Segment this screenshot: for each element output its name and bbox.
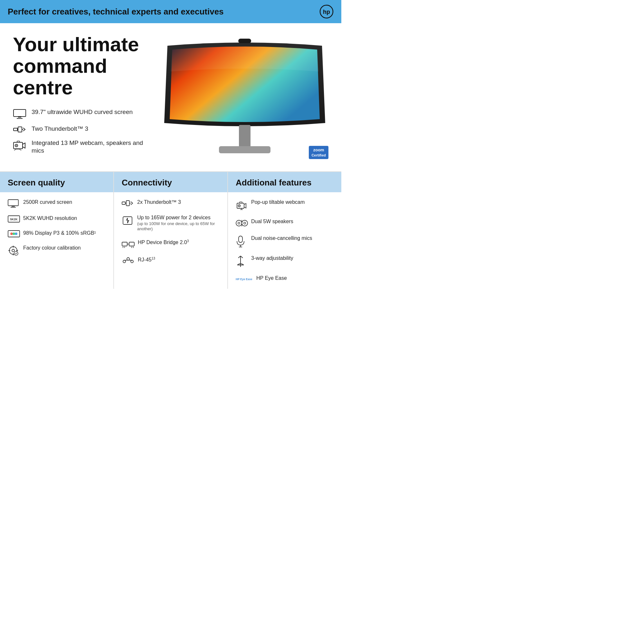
svg-point-49 <box>127 258 129 260</box>
hero-feature-1-text: 39.7" ultrawide WUHD curved screen <box>32 108 133 116</box>
5k2k-icon: 5K2K <box>8 215 20 223</box>
svg-point-60 <box>238 222 240 224</box>
additional-features-body: Pop-up tiltable webcam Dual 5W speakers <box>228 192 341 289</box>
svg-rect-36 <box>126 201 129 206</box>
hero-title: Your ultimate command centre <box>13 34 148 99</box>
spec-rj45-text: RJ-4513 <box>138 256 155 263</box>
svg-rect-11 <box>17 141 20 142</box>
popup-webcam-icon <box>236 199 248 211</box>
svg-point-13 <box>16 145 17 146</box>
zoom-badge: zoom Certified <box>309 146 328 159</box>
hero-features: 39.7" ultrawide WUHD curved screen Two T… <box>13 108 148 155</box>
svg-rect-64 <box>239 236 242 242</box>
svg-point-26 <box>13 232 15 235</box>
spec-power: Up to 165W power for 2 devices (up to 10… <box>122 214 220 232</box>
spec-calibration-text: Factory colour calibration <box>23 244 81 251</box>
svg-rect-40 <box>122 242 127 246</box>
mic-icon <box>236 235 248 248</box>
power-icon <box>122 215 134 226</box>
spec-adjustability-text: 3-way adjustability <box>251 255 293 262</box>
svg-point-29 <box>12 249 14 252</box>
spec-mics-text: Dual noise-cancelling mics <box>251 235 312 242</box>
colors-icon <box>8 230 20 237</box>
hero-right: zoom Certified <box>148 33 328 162</box>
svg-text:HP Eye Ease: HP Eye Ease <box>236 278 252 281</box>
banner-text: Perfect for creatives, technical experts… <box>8 7 224 17</box>
spec-power-subnote: (up to 100W for one device, up to 65W fo… <box>137 221 220 232</box>
hero-feature-3: Integrated 13 MP webcam, speakers and mi… <box>13 139 148 155</box>
spec-power-text: Up to 165W power for 2 devices (up to 10… <box>137 214 220 232</box>
hero-section: Your ultimate command centre 39.7" ultra… <box>0 23 341 168</box>
spec-eyeease-text: HP Eye Ease <box>256 275 287 282</box>
rj45-icon <box>122 257 135 265</box>
svg-line-69 <box>241 256 243 258</box>
svg-rect-6 <box>14 128 17 131</box>
spec-bridge: HP Device Bridge 2.03 <box>122 239 220 249</box>
spec-speakers-text: Dual 5W speakers <box>251 218 293 225</box>
connectivity-header: Connectivity <box>114 172 227 192</box>
spec-popup-webcam: Pop-up tiltable webcam <box>236 199 334 211</box>
spec-display-p3: 98% Display P3 & 100% sRGB¹ <box>8 230 106 237</box>
svg-rect-53 <box>240 202 242 203</box>
spec-rj45: RJ-4513 <box>122 256 220 265</box>
spec-eyeease: HP Eye Ease HP Eye Ease <box>236 275 334 282</box>
svg-rect-2 <box>14 109 26 117</box>
spec-resolution-text: 5K2K WUHD resolution <box>23 215 77 222</box>
spec-thunderbolt: 2x Thunderbolt™ 3 <box>122 199 220 207</box>
hero-feature-2: Two Thunderbolt™ 3 <box>13 125 148 133</box>
specs-col-screen-quality: Screen quality 2500R curved screen <box>0 172 114 289</box>
svg-point-27 <box>15 232 17 235</box>
calibration-icon <box>8 245 20 256</box>
svg-text:hp: hp <box>323 9 330 15</box>
additional-features-header: Additional features <box>228 172 341 192</box>
spec-adjustability: 3-way adjustability <box>236 255 334 268</box>
speakers-icon <box>236 219 248 228</box>
svg-rect-41 <box>129 242 134 246</box>
svg-rect-17 <box>219 146 270 153</box>
svg-rect-18 <box>8 200 18 206</box>
spec-curved-screen: 2500R curved screen <box>8 199 106 208</box>
svg-point-47 <box>123 260 126 263</box>
monitor-image <box>161 33 328 162</box>
zoom-word: zoom <box>311 147 326 153</box>
monitor-icon <box>13 109 28 119</box>
screen-quality-body: 2500R curved screen 5K2K 5K2K WUHD resol… <box>0 192 113 262</box>
svg-text:5K2K: 5K2K <box>10 218 18 221</box>
adjust-icon <box>236 255 248 268</box>
spec-thunderbolt-text: 2x Thunderbolt™ 3 <box>137 199 181 206</box>
svg-rect-7 <box>18 127 22 132</box>
screen-quality-header: Screen quality <box>0 172 113 192</box>
svg-point-25 <box>10 232 13 235</box>
thunderbolt-icon <box>13 126 28 133</box>
specs-section: Screen quality 2500R curved screen <box>0 171 341 289</box>
eyeease-icon: HP Eye Ease <box>236 275 253 282</box>
spec-speakers: Dual 5W speakers <box>236 218 334 228</box>
monitor-small-icon <box>8 199 20 208</box>
spec-mics: Dual noise-cancelling mics <box>236 235 334 248</box>
svg-line-68 <box>238 256 241 258</box>
svg-point-61 <box>244 222 246 224</box>
webcam-hero-icon <box>13 140 28 151</box>
svg-point-59 <box>242 220 248 226</box>
hero-feature-2-text: Two Thunderbolt™ 3 <box>32 125 88 133</box>
hero-feature-3-text: Integrated 13 MP webcam, speakers and mi… <box>32 139 148 155</box>
spec-resolution: 5K2K 5K2K WUHD resolution <box>8 215 106 223</box>
svg-point-55 <box>239 205 240 206</box>
spec-display-p3-text: 98% Display P3 & 100% sRGB¹ <box>23 230 96 237</box>
zoom-certified-label: Certified <box>311 153 326 157</box>
svg-point-48 <box>131 260 133 263</box>
svg-rect-16 <box>239 125 251 147</box>
spec-popup-webcam-text: Pop-up tiltable webcam <box>251 199 305 206</box>
bridge-icon <box>122 240 135 249</box>
specs-col-connectivity: Connectivity 2x Thunderbolt™ 3 <box>114 172 228 289</box>
svg-rect-15 <box>238 39 251 43</box>
connectivity-body: 2x Thunderbolt™ 3 Up to 165W power for 2… <box>114 192 227 272</box>
specs-col-additional: Additional features Pop-up tiltable webc… <box>228 172 341 289</box>
spec-calibration: Factory colour calibration <box>8 244 106 256</box>
top-banner: Perfect for creatives, technical experts… <box>0 0 341 23</box>
hero-feature-1: 39.7" ultrawide WUHD curved screen <box>13 108 148 119</box>
tb-icon <box>122 199 134 207</box>
svg-point-58 <box>236 220 242 226</box>
spec-curved-screen-text: 2500R curved screen <box>23 199 72 206</box>
spec-bridge-text: HP Device Bridge 2.03 <box>138 239 189 246</box>
